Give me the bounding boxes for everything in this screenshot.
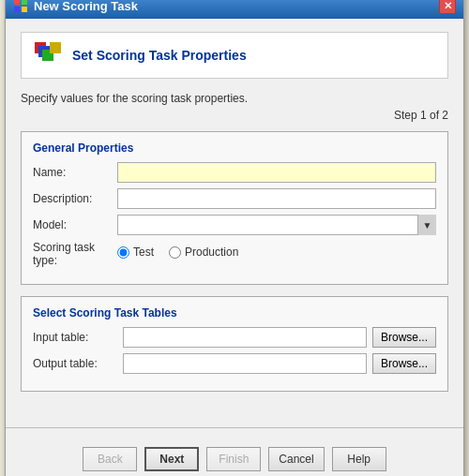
- svg-rect-7: [50, 42, 61, 53]
- model-row: Model: ▼: [33, 215, 436, 235]
- svg-rect-3: [22, 7, 27, 12]
- production-radio[interactable]: [169, 246, 181, 259]
- scoring-tables-title: Select Scoring Task Tables: [33, 306, 436, 320]
- window-title: New Scoring Task: [34, 0, 138, 13]
- input-table-row: Input table: Browse...: [33, 327, 436, 348]
- model-select-wrapper: ▼: [117, 215, 436, 235]
- radio-group: Test Production: [117, 245, 238, 259]
- name-input[interactable]: [117, 162, 436, 183]
- finish-button[interactable]: Finish: [206, 447, 261, 471]
- general-properties-title: General Properties: [33, 141, 436, 155]
- general-properties-section: General Properties Name: Description: Mo…: [21, 131, 448, 285]
- window: New Scoring Task ✕ Set Scoring Task Prop…: [5, 0, 464, 476]
- input-table-label: Input table:: [33, 331, 117, 344]
- scoring-tables-section: Select Scoring Task Tables Input table: …: [21, 296, 448, 392]
- scoring-task-type-row: Scoring task type: Test Production: [33, 241, 436, 267]
- help-button[interactable]: Help: [332, 447, 386, 471]
- description-text: Specify values for the scoring task prop…: [21, 92, 448, 105]
- description-row: Description:: [33, 188, 436, 209]
- close-button[interactable]: ✕: [439, 0, 456, 14]
- svg-rect-2: [14, 7, 20, 12]
- wizard-header: Set Scoring Task Properties: [21, 32, 448, 79]
- cancel-button[interactable]: Cancel: [268, 447, 324, 471]
- test-radio[interactable]: [117, 246, 129, 259]
- back-button[interactable]: Back: [83, 447, 137, 471]
- svg-rect-1: [22, 0, 27, 5]
- input-table-input[interactable]: [123, 327, 367, 348]
- output-table-row: Output table: Browse...: [33, 353, 436, 374]
- output-table-label: Output table:: [33, 357, 117, 370]
- button-bar: Back Next Finish Cancel Help: [6, 439, 463, 476]
- wizard-icon: [33, 40, 63, 70]
- model-select[interactable]: [117, 215, 436, 235]
- button-divider: [6, 427, 463, 428]
- window-icon: [13, 0, 28, 13]
- output-table-browse-button[interactable]: Browse...: [372, 353, 436, 374]
- test-radio-label: Test: [133, 245, 154, 259]
- wizard-header-title: Set Scoring Task Properties: [72, 48, 247, 63]
- main-content: Set Scoring Task Properties Specify valu…: [6, 19, 463, 416]
- input-table-browse-button[interactable]: Browse...: [372, 327, 436, 348]
- scoring-task-type-label: Scoring task type:: [33, 241, 117, 267]
- title-bar-left: New Scoring Task: [13, 0, 138, 13]
- model-label: Model:: [33, 218, 117, 231]
- description-input[interactable]: [117, 188, 436, 209]
- svg-rect-0: [14, 0, 20, 5]
- output-table-input[interactable]: [123, 353, 367, 374]
- production-radio-option[interactable]: Production: [169, 245, 238, 259]
- test-radio-option[interactable]: Test: [117, 245, 154, 259]
- description-label: Description:: [33, 192, 117, 205]
- production-radio-label: Production: [185, 245, 238, 259]
- step-indicator: Step 1 of 2: [21, 109, 448, 122]
- next-button[interactable]: Next: [144, 447, 199, 471]
- name-row: Name:: [33, 162, 436, 183]
- name-label: Name:: [33, 166, 117, 179]
- title-bar: New Scoring Task ✕: [6, 0, 463, 19]
